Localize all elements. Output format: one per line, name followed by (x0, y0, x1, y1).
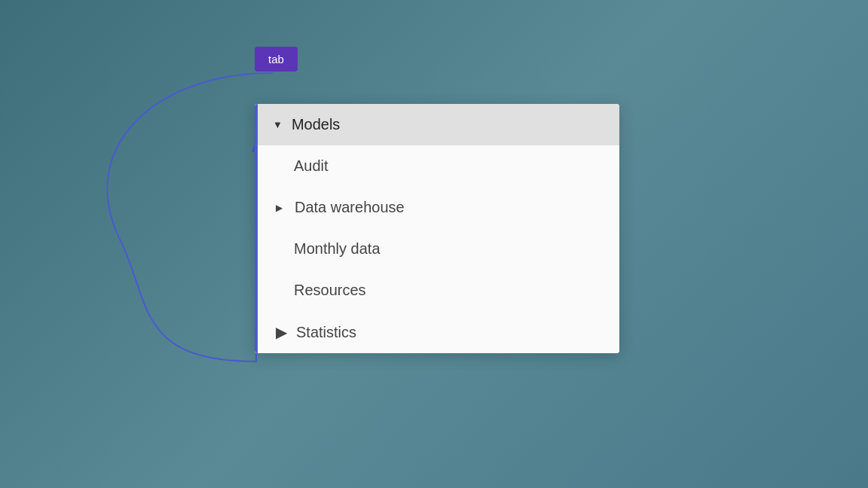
monthly-data-label: Monthly data (294, 240, 381, 258)
dropdown-panel: ▼ Models Audit ▶ Data warehouse Monthly … (255, 104, 619, 353)
menu-item-audit[interactable]: Audit (255, 145, 619, 187)
data-warehouse-label: Data warehouse (295, 199, 405, 216)
data-warehouse-chevron-right-icon: ▶ (276, 203, 283, 213)
menu-item-monthly-data[interactable]: Monthly data (255, 228, 619, 270)
tab-button[interactable]: tab (255, 47, 298, 72)
statistics-chevron-right-icon: ▶ (276, 323, 287, 341)
statistics-label: Statistics (296, 324, 356, 341)
models-chevron-down-icon: ▼ (273, 119, 283, 130)
menu-item-resources[interactable]: Resources (255, 270, 619, 311)
menu-item-statistics[interactable]: ▶ Statistics (255, 311, 619, 353)
audit-label: Audit (294, 157, 329, 175)
models-label: Models (292, 116, 340, 133)
resources-label: Resources (294, 282, 366, 299)
menu-item-data-warehouse[interactable]: ▶ Data warehouse (255, 187, 619, 228)
models-header[interactable]: ▼ Models (255, 104, 619, 145)
